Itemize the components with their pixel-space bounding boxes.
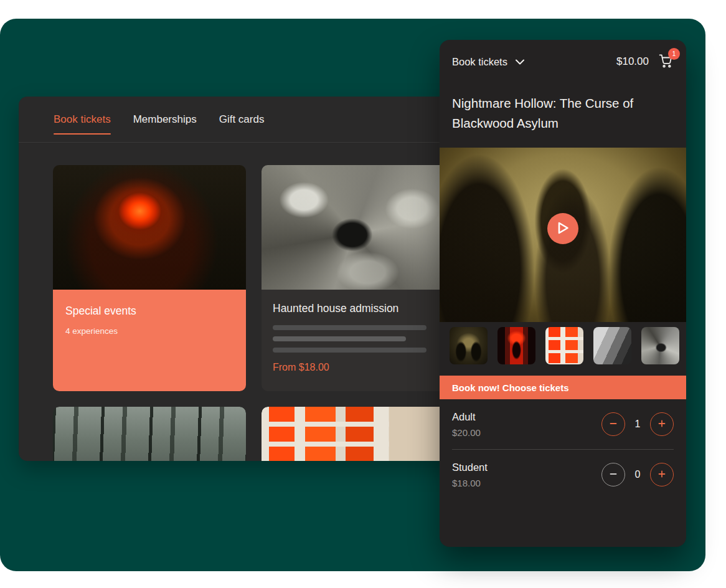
minus-icon <box>608 469 618 481</box>
thumbnail-red-lit-door[interactable] <box>545 327 583 364</box>
skeleton-line <box>273 348 427 353</box>
staircase-image <box>262 165 455 290</box>
card-price: From $18.00 <box>273 362 443 373</box>
event-title: Nightmare Hollow: The Curse of Blackwood… <box>452 93 661 133</box>
active-tab-underline <box>54 133 111 135</box>
ticket-price: $18.00 <box>452 478 601 488</box>
tab-gift-cards[interactable]: Gift cards <box>219 113 265 126</box>
description-skeleton <box>273 325 443 353</box>
menu-label: Book tickets <box>452 56 507 68</box>
thumbnail-grayscale-room[interactable] <box>593 327 631 364</box>
orange-window-image <box>262 407 455 461</box>
ticket-info: Adult $20.00 <box>452 411 601 438</box>
minus-button[interactable] <box>601 463 625 486</box>
adult-quantity-value: 1 <box>633 419 642 430</box>
plus-button[interactable] <box>650 412 674 436</box>
cart-button[interactable]: 1 <box>658 53 674 71</box>
card-haunted-house[interactable]: Haunted house admission From $18.00 <box>262 165 455 391</box>
thumbnail-strip <box>440 322 686 364</box>
marketing-composition: Book tickets Memberships Gift cards Spec… <box>0 0 726 588</box>
play-button[interactable] <box>547 213 578 244</box>
tab-label: Gift cards <box>219 113 265 125</box>
tab-memberships[interactable]: Memberships <box>133 113 197 126</box>
pumpkin-figure-image <box>53 165 246 290</box>
ticket-info: Student $18.00 <box>452 462 601 488</box>
thumbnail-grayscale-staircase[interactable] <box>641 327 679 364</box>
ticket-name: Student <box>452 462 601 473</box>
special-events-card-body: Special events 4 experiences <box>53 290 246 391</box>
card-special-events[interactable]: Special events 4 experiences <box>53 165 246 391</box>
haunted-house-card-body: Haunted house admission From $18.00 <box>262 290 455 391</box>
mobile-booking-panel: Book tickets $10.00 1 Nightmare Hollow: … <box>440 40 686 547</box>
card-forest[interactable] <box>53 407 246 461</box>
card-title: Special events <box>65 305 233 318</box>
skeleton-line <box>273 336 406 341</box>
book-tickets-menu[interactable]: Book tickets <box>452 56 524 68</box>
plus-icon <box>657 469 667 481</box>
ticket-name: Adult <box>452 411 601 423</box>
cart-total: $10.00 <box>616 55 649 68</box>
ticket-price: $20.00 <box>452 427 601 438</box>
skeleton-line <box>273 325 427 330</box>
event-video-still[interactable] <box>440 148 686 322</box>
tab-label: Book tickets <box>54 113 111 125</box>
chevron-down-icon <box>516 56 524 67</box>
book-now-banner: Book now! Choose tickets <box>440 376 686 399</box>
minus-icon <box>608 419 618 430</box>
ticket-row-student: Student $18.00 0 <box>440 450 686 500</box>
play-icon <box>557 221 570 237</box>
ticket-row-adult: Adult $20.00 1 <box>440 399 686 449</box>
plus-icon <box>657 419 667 430</box>
foggy-forest-image <box>53 407 246 461</box>
card-orange-window[interactable] <box>262 407 455 461</box>
student-quantity-value: 0 <box>633 469 642 480</box>
card-title: Haunted house admission <box>273 302 443 315</box>
adult-quantity-stepper: 1 <box>601 412 674 436</box>
tab-label: Memberships <box>133 113 197 125</box>
thumbnail-red-doorway[interactable] <box>497 327 535 364</box>
cart-badge: 1 <box>668 48 680 60</box>
student-quantity-stepper: 0 <box>601 463 674 486</box>
card-subtitle: 4 experiences <box>65 326 233 336</box>
thumbnail-zombies[interactable] <box>450 327 488 364</box>
minus-button[interactable] <box>601 412 625 436</box>
mobile-header: Book tickets $10.00 1 <box>440 40 686 83</box>
plus-button[interactable] <box>650 463 674 486</box>
tab-book-tickets[interactable]: Book tickets <box>54 113 111 126</box>
